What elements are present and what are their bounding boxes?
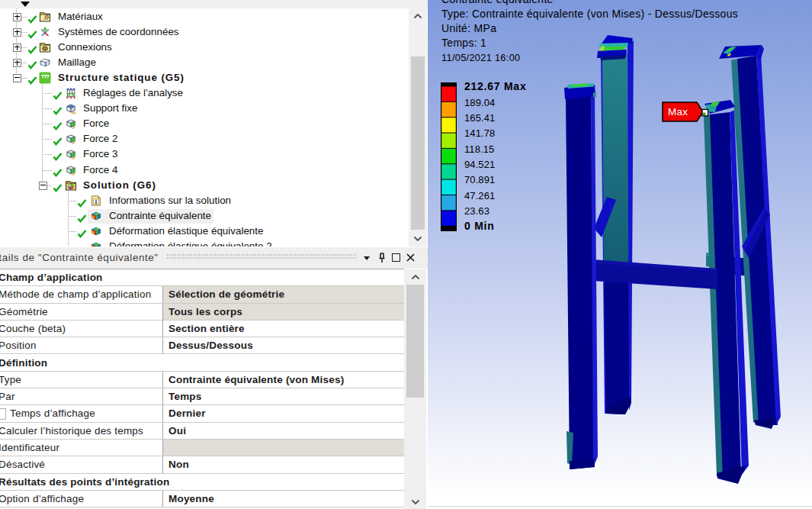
svg-text:165.41: 165.41 xyxy=(464,112,495,124)
svg-text:Type: Contrainte équivalente (: Type: Contrainte équivalente (von Mises)… xyxy=(441,8,738,20)
svg-text:141.78: 141.78 xyxy=(464,127,495,139)
svg-text:189.04: 189.04 xyxy=(464,97,495,108)
svg-text:11/05/2021 16:00: 11/05/2021 16:00 xyxy=(441,52,520,63)
svg-text:0 Min: 0 Min xyxy=(464,220,495,232)
svg-text:118.15: 118.15 xyxy=(464,143,494,155)
svg-text:Contrainte équivalente: Contrainte équivalente xyxy=(441,0,554,5)
svg-text:47.261: 47.261 xyxy=(464,190,495,201)
svg-text:70.891: 70.891 xyxy=(464,174,495,185)
svg-text:Temps: 1: Temps: 1 xyxy=(441,37,486,49)
svg-text:23.63: 23.63 xyxy=(464,205,489,217)
svg-text:212.67 Max: 212.67 Max xyxy=(464,80,526,92)
svg-text:Max: Max xyxy=(668,106,688,118)
svg-text:Unité: MPa: Unité: MPa xyxy=(441,22,496,34)
svg-text:94.521: 94.521 xyxy=(464,159,495,170)
